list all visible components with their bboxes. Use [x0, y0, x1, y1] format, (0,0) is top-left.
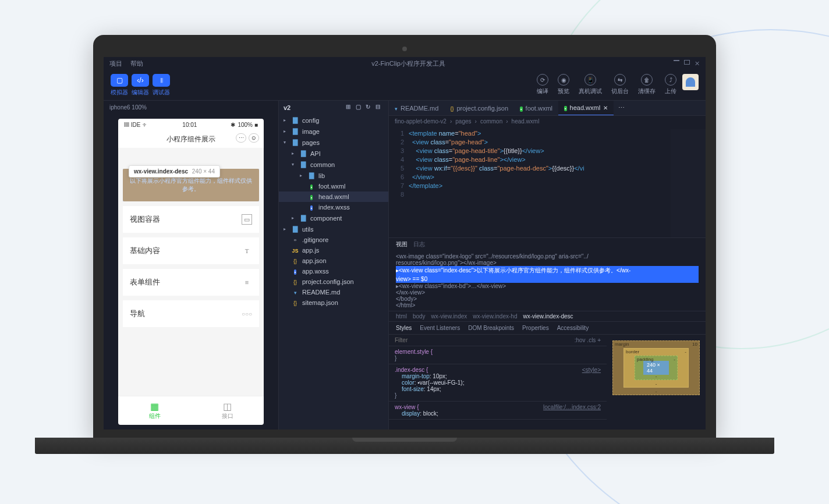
- list-item[interactable]: 视图容器 ▭: [123, 206, 259, 233]
- dom-path-segment[interactable]: wx-view.index-hd: [473, 313, 517, 320]
- tree-item[interactable]: {}app.json: [279, 255, 388, 266]
- tree-item[interactable]: ▪index.wxss: [279, 202, 388, 212]
- phone-tab-label: 组件: [149, 413, 161, 419]
- menubar: 项目 帮助 v2-FinClip小程序开发工具 ✕: [104, 57, 706, 70]
- action-label: 切后台: [611, 87, 629, 95]
- editor-tab[interactable]: ▪foot.wxml: [514, 101, 558, 115]
- devtools-subtab[interactable]: Event Listeners: [420, 325, 460, 331]
- caret-icon: ▸: [284, 118, 288, 123]
- phone-menu-button[interactable]: ⋯: [236, 133, 246, 143]
- refresh-icon[interactable]: ↻: [366, 104, 374, 112]
- tree-item[interactable]: ▸▇config: [279, 115, 388, 126]
- styles-filter-input[interactable]: [395, 337, 575, 343]
- filter-tools[interactable]: :hov .cls +: [575, 337, 601, 343]
- minimize-icon[interactable]: [674, 60, 679, 61]
- tree-item-label: foot.wxml: [318, 183, 345, 190]
- tree-item[interactable]: ▪app.wxss: [279, 266, 388, 276]
- dom-tree[interactable]: <wx-image class="index-logo" src="../res…: [389, 251, 706, 311]
- tree-item[interactable]: ▸▇API: [279, 148, 388, 159]
- file-type-icon: ▇: [291, 225, 299, 233]
- toolbar-action[interactable]: ⤴上传: [665, 74, 676, 95]
- tree-item[interactable]: ▾▇pages: [279, 137, 388, 148]
- maximize-icon[interactable]: [684, 60, 690, 65]
- breadcrumb-segment[interactable]: head.wxml: [512, 118, 540, 125]
- tree-item-label: common: [310, 161, 335, 168]
- devtools-tab-log[interactable]: 日志: [413, 240, 425, 249]
- breadcrumb-segment[interactable]: common: [480, 118, 502, 125]
- devtools-tab-view[interactable]: 视图: [396, 240, 408, 249]
- phone-close-button[interactable]: ⊙: [249, 133, 259, 143]
- menu-project[interactable]: 项目: [109, 59, 122, 68]
- close-icon[interactable]: ✕: [695, 60, 700, 68]
- dom-selected-node[interactable]: ▸<wx-view class="index-desc">以下将展示小程序官方组…: [396, 266, 699, 275]
- box-model-content: 240 × 44: [643, 361, 669, 375]
- project-root[interactable]: v2: [284, 104, 290, 111]
- editor-mode-button[interactable]: ‹/›: [132, 74, 149, 87]
- dom-path-segment[interactable]: body: [413, 313, 426, 320]
- tree-item-label: head.wxml: [318, 193, 349, 200]
- phone-header: 小程序组件展示 ⋯ ⊙: [118, 131, 264, 148]
- collapse-icon[interactable]: ⊟: [375, 104, 384, 112]
- dom-path-segment[interactable]: wx-view.index-desc: [523, 313, 573, 320]
- editor-tab[interactable]: ▾README.md: [389, 101, 444, 115]
- dom-path-segment[interactable]: html: [396, 313, 407, 320]
- minimap[interactable]: [671, 129, 706, 237]
- user-avatar[interactable]: [682, 74, 699, 90]
- toolbar-action[interactable]: 🗑清缓存: [638, 74, 656, 95]
- chevron-right-icon: ›: [475, 118, 477, 125]
- list-item[interactable]: 基础内容 T: [123, 237, 259, 264]
- tree-item[interactable]: {}sitemap.json: [279, 297, 388, 308]
- close-icon[interactable]: ✕: [603, 105, 608, 111]
- file-type-icon: ▪: [307, 193, 316, 200]
- tree-item-label: component: [310, 215, 342, 222]
- tree-item-label: image: [302, 128, 320, 135]
- tree-item[interactable]: {}project.config.json: [279, 276, 388, 287]
- caret-icon: ▾: [284, 140, 288, 145]
- new-folder-icon[interactable]: ▢: [356, 104, 364, 112]
- toolbar-action[interactable]: ◉预览: [558, 74, 569, 95]
- action-label: 上传: [665, 87, 676, 95]
- tree-item-label: app.js: [302, 247, 319, 254]
- window-controls: ✕: [674, 60, 700, 68]
- tree-item[interactable]: ▸▇lib: [279, 170, 388, 181]
- debugger-mode-button[interactable]: ⫴: [153, 74, 170, 87]
- new-file-icon[interactable]: ⊞: [346, 104, 354, 112]
- devtools-subtab[interactable]: Properties: [522, 325, 549, 331]
- tree-item[interactable]: ▪head.wxml: [279, 191, 388, 202]
- devtools-subtab[interactable]: Accessibility: [557, 325, 589, 331]
- caret-icon: ▸: [300, 173, 304, 178]
- toolbar-action[interactable]: ⇆切后台: [611, 74, 629, 95]
- menu-help[interactable]: 帮助: [130, 59, 143, 68]
- list-item[interactable]: 表单组件 ≡: [123, 269, 259, 296]
- tree-item[interactable]: ▾README.md: [279, 287, 388, 297]
- file-type-icon: {}: [450, 105, 454, 112]
- tree-item[interactable]: ▸▇component: [279, 212, 388, 223]
- simulator-mode-button[interactable]: ▢: [111, 74, 128, 87]
- editor-tab[interactable]: ▪head.wxml✕: [558, 101, 614, 115]
- battery-icon: ■: [254, 122, 258, 128]
- editor-tab[interactable]: {}project.config.json: [444, 101, 514, 115]
- toolbar-action[interactable]: 📱真机调试: [579, 74, 602, 95]
- tree-item[interactable]: ▾▇common: [279, 159, 388, 170]
- laptop-frame: 项目 帮助 v2-FinClip小程序开发工具 ✕ ▢ 模拟器: [93, 35, 716, 454]
- tree-item[interactable]: ▫.gitignore: [279, 235, 388, 245]
- toolbar-action[interactable]: ⟳编译: [537, 74, 548, 95]
- action-icon: ⇆: [614, 74, 626, 86]
- dom-path-segment[interactable]: wx-view.index: [431, 313, 467, 320]
- devtools-subtab[interactable]: DOM Breakpoints: [468, 325, 514, 331]
- tabs-overflow-icon[interactable]: ⋯: [614, 104, 629, 112]
- phone-tab-components[interactable]: ▦ 组件: [118, 396, 191, 425]
- phone-tab-api[interactable]: ◫ 接口: [191, 396, 264, 425]
- tree-item[interactable]: ▪foot.wxml: [279, 181, 388, 191]
- breadcrumb-segment[interactable]: fino-applet-demo-v2: [395, 118, 447, 125]
- tree-item[interactable]: ▸▇image: [279, 126, 388, 137]
- window-title: v2-FinClip小程序开发工具: [371, 59, 445, 68]
- tree-item[interactable]: ▸▇utils: [279, 223, 388, 235]
- tree-item[interactable]: JSapp.js: [279, 245, 388, 255]
- mode-label: 模拟器: [111, 88, 128, 97]
- code-editor[interactable]: 12345678 <template name="head"> <view cl…: [389, 127, 706, 237]
- breadcrumb-segment[interactable]: pages: [455, 118, 471, 125]
- box-model: margin 10 border - padding - 240 × 4: [607, 335, 706, 430]
- list-item[interactable]: 导航 ○○○: [123, 300, 259, 327]
- devtools-subtab[interactable]: Styles: [396, 325, 412, 331]
